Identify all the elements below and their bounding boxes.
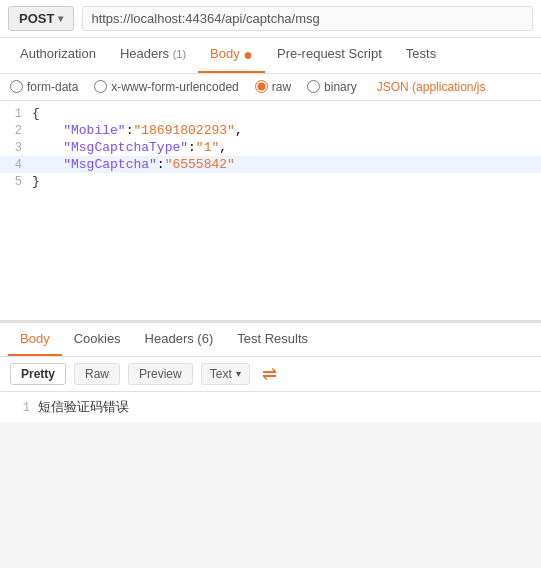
tab-tests-label: Tests: [406, 46, 436, 61]
response-tab-bar: Body Cookies Headers (6) Test Results: [0, 323, 541, 357]
tab-authorization[interactable]: Authorization: [8, 38, 108, 73]
code-line-1: 1 {: [0, 105, 541, 122]
tab-prerequest-label: Pre-request Script: [277, 46, 382, 61]
tab-tests[interactable]: Tests: [394, 38, 448, 73]
tab-headers-label: Headers: [120, 46, 173, 61]
response-section: Body Cookies Headers (6) Test Results Pr…: [0, 321, 541, 422]
text-dropdown-label: Text: [210, 367, 232, 381]
headers-badge: (1): [173, 48, 186, 60]
response-tab-body[interactable]: Body: [8, 323, 62, 356]
code-line-4: 4 "MsgCaptcha":"6555842": [0, 156, 541, 173]
response-body: 1 短信验证码错误: [0, 392, 541, 422]
resp-line-num: 1: [10, 401, 30, 415]
code-line-3: 3 "MsgCaptchaType":"1",: [0, 139, 541, 156]
method-button[interactable]: POST ▾: [8, 6, 74, 31]
json-type-label: JSON (application/js: [377, 80, 486, 94]
dropdown-chevron: ▾: [236, 368, 241, 379]
code-line-2: 2 "Mobile":"18691802293",: [0, 122, 541, 139]
response-tab-test-results[interactable]: Test Results: [225, 323, 320, 356]
request-tab-bar: Authorization Headers (1) Body ● Pre-req…: [0, 38, 541, 74]
tab-prerequest[interactable]: Pre-request Script: [265, 38, 394, 73]
code-line-5: 5 }: [0, 173, 541, 190]
pretty-button[interactable]: Pretty: [10, 363, 66, 385]
tab-authorization-label: Authorization: [20, 46, 96, 61]
tab-body-label: Body: [210, 46, 240, 61]
text-dropdown[interactable]: Text ▾: [201, 363, 250, 385]
tab-body[interactable]: Body ●: [198, 38, 265, 73]
option-raw[interactable]: raw: [255, 80, 291, 94]
resp-text: 短信验证码错误: [38, 398, 129, 416]
method-label: POST: [19, 11, 54, 26]
response-tab-headers[interactable]: Headers (6): [133, 323, 226, 356]
response-line-1: 1 短信验证码错误: [10, 398, 531, 416]
format-bar: Pretty Raw Preview Text ▾ ⇌: [0, 357, 541, 392]
url-input[interactable]: [82, 6, 533, 31]
tab-headers[interactable]: Headers (1): [108, 38, 198, 73]
top-bar: POST ▾: [0, 0, 541, 38]
option-urlencoded[interactable]: x-www-form-urlencoded: [94, 80, 238, 94]
raw-button[interactable]: Raw: [74, 363, 120, 385]
method-chevron: ▾: [58, 13, 63, 24]
response-tab-cookies[interactable]: Cookies: [62, 323, 133, 356]
body-options-bar: form-data x-www-form-urlencoded raw bina…: [0, 74, 541, 101]
wrap-icon[interactable]: ⇌: [262, 363, 277, 385]
body-dot: ●: [243, 46, 253, 63]
preview-button[interactable]: Preview: [128, 363, 193, 385]
code-editor: 1 { 2 "Mobile":"18691802293", 3 "MsgCapt…: [0, 101, 541, 321]
option-binary[interactable]: binary: [307, 80, 357, 94]
option-form-data[interactable]: form-data: [10, 80, 78, 94]
